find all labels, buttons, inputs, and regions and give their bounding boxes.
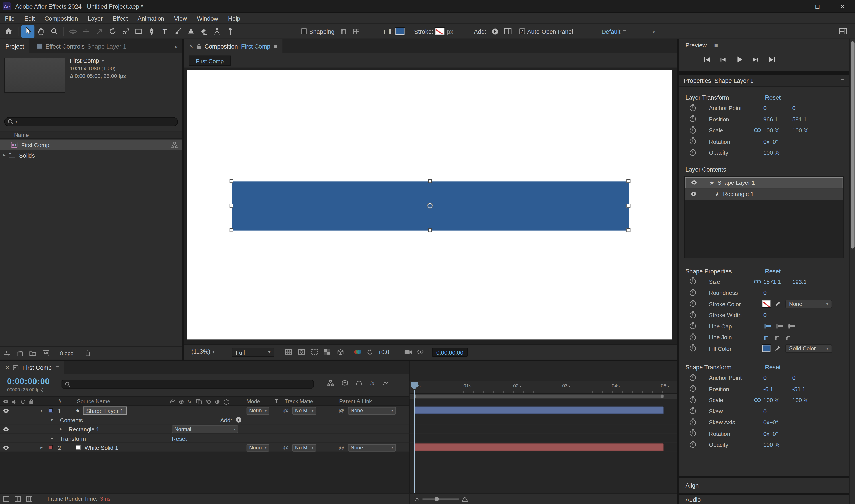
fill-color-swatch[interactable] <box>395 28 404 35</box>
workspace-menu-icon[interactable]: ≡ <box>623 28 626 35</box>
panel-menu-icon[interactable]: ≡ <box>274 43 277 49</box>
stopwatch-icon[interactable] <box>690 431 696 436</box>
selection-handle[interactable] <box>230 204 233 208</box>
link-icon[interactable] <box>754 279 764 284</box>
rectangle-row[interactable]: ▸ Rectangle 1 Normal▾ <box>0 424 409 434</box>
zoom-in-mountain-icon[interactable] <box>462 496 468 501</box>
add-shape-icon[interactable] <box>235 415 242 425</box>
eyedropper-icon[interactable] <box>775 301 781 307</box>
parent-dropdown[interactable]: None▾ <box>348 444 396 451</box>
zoom-slider-thumb[interactable] <box>435 497 439 501</box>
layer-row-shape-layer-1[interactable]: ▾ 1 ★ Shape Layer 1 Norm▾ @ No M▾ @ None… <box>0 406 409 415</box>
pickwhip-icon[interactable]: @ <box>283 406 289 415</box>
minimize-button[interactable]: – <box>780 0 805 13</box>
close-button[interactable]: × <box>830 0 855 13</box>
roto-brush-tool[interactable] <box>210 25 224 38</box>
comp-flowchart-icon[interactable] <box>171 142 178 147</box>
value[interactable]: 100 % <box>764 442 792 448</box>
round-join-button[interactable] <box>774 334 782 340</box>
value[interactable]: 0 <box>764 408 792 414</box>
selection-handle[interactable] <box>428 179 432 183</box>
stroke-style-dropdown[interactable]: None ▾ <box>785 300 832 308</box>
link-icon[interactable] <box>754 398 764 402</box>
project-search[interactable]: ▾ <box>4 117 178 126</box>
trash-icon[interactable] <box>85 350 91 356</box>
value-x[interactable]: 966.1 <box>764 116 792 122</box>
layer-color-chip[interactable] <box>49 408 53 413</box>
shape-blend-mode-dropdown[interactable]: Normal▾ <box>172 425 238 433</box>
clone-stamp-tool[interactable] <box>185 25 197 38</box>
shape-properties-reset[interactable]: Reset <box>765 268 781 274</box>
stopwatch-icon[interactable] <box>690 386 696 392</box>
menu-effect[interactable]: Effect <box>108 15 133 21</box>
stopwatch-icon[interactable] <box>690 346 696 352</box>
previous-frame-button[interactable] <box>717 55 729 64</box>
home-button[interactable] <box>2 25 15 38</box>
stopwatch-icon[interactable] <box>690 150 696 156</box>
stopwatch-icon[interactable] <box>690 323 696 329</box>
dolly-camera-tool[interactable] <box>93 25 106 38</box>
selection-handle[interactable] <box>627 204 630 208</box>
eye-icon[interactable] <box>691 180 697 185</box>
menu-window[interactable]: Window <box>192 15 223 21</box>
value[interactable]: 0 <box>764 312 792 318</box>
transform-reset[interactable]: Reset <box>172 434 187 443</box>
eye-icon[interactable] <box>3 443 9 452</box>
list-item-rectangle-1[interactable]: ★ Rectangle 1 <box>685 188 843 200</box>
shape-tool[interactable] <box>132 25 145 38</box>
interpret-footage-icon[interactable] <box>4 351 11 356</box>
align-panel[interactable]: Align <box>679 478 849 493</box>
layer-bar-white-solid-1[interactable] <box>414 444 663 451</box>
tab-effect-controls[interactable]: Effect Controls <box>46 43 85 49</box>
close-icon[interactable]: × <box>189 42 193 50</box>
channel-icon[interactable] <box>354 349 362 355</box>
selection-tool[interactable] <box>21 25 34 38</box>
hand-tool[interactable] <box>34 25 48 38</box>
twirl-closed-icon[interactable]: ▸ <box>51 434 53 443</box>
menu-layer[interactable]: Layer <box>83 15 108 21</box>
layer-color-chip[interactable] <box>49 445 53 449</box>
shape-transform-reset[interactable]: Reset <box>765 364 781 371</box>
stopwatch-icon[interactable] <box>690 419 696 426</box>
stopwatch-icon[interactable] <box>690 397 696 403</box>
composition-mini-flowchart-icon[interactable] <box>327 380 334 385</box>
layer-name[interactable]: Shape Layer 1 <box>83 407 127 415</box>
stopwatch-icon[interactable] <box>690 408 696 414</box>
eye-icon[interactable] <box>3 406 9 415</box>
layer-name[interactable]: White Solid 1 <box>85 443 118 452</box>
search-options-icon[interactable]: ▾ <box>15 119 18 124</box>
parent-link-column-label[interactable]: Parent & Link <box>339 398 372 404</box>
blend-mode-dropdown[interactable]: Norm▾ <box>247 444 269 451</box>
first-frame-button[interactable] <box>701 55 713 64</box>
stopwatch-icon[interactable] <box>690 116 696 122</box>
panel-menu-icon[interactable]: ≡ <box>55 364 59 371</box>
workspace-bar-icon[interactable] <box>837 25 850 38</box>
t-column-label[interactable]: T <box>275 398 278 404</box>
menu-edit[interactable]: Edit <box>19 15 40 21</box>
close-icon[interactable]: × <box>5 364 9 371</box>
stopwatch-icon[interactable] <box>690 375 696 381</box>
eye-icon[interactable] <box>691 192 697 196</box>
value[interactable]: 0x+0° <box>764 138 792 145</box>
tab-composition[interactable]: × Composition First Comp ≡ <box>184 39 283 53</box>
source-name-column-label[interactable]: Source Name <box>77 398 110 404</box>
stopwatch-icon[interactable] <box>690 290 696 296</box>
pickwhip-icon[interactable]: @ <box>338 406 344 415</box>
add-property-icon[interactable] <box>488 25 502 38</box>
eyedropper-icon[interactable] <box>775 346 781 352</box>
enable-fx-icon[interactable]: fx <box>370 380 374 386</box>
next-frame-button[interactable] <box>750 55 762 64</box>
work-area-bar[interactable] <box>414 395 663 398</box>
current-time-indicator-handle[interactable] <box>411 381 418 390</box>
stopwatch-icon[interactable] <box>690 278 696 285</box>
pen-tool[interactable] <box>145 25 158 38</box>
workspace-overflow-icon[interactable]: » <box>652 28 656 35</box>
value-x[interactable]: -6.1 <box>764 385 792 392</box>
resolution-dropdown[interactable]: Full ▾ <box>232 347 274 357</box>
value-y[interactable]: 100 % <box>792 127 821 133</box>
layer-row-white-solid-1[interactable]: ▸ 2 White Solid 1 Norm▾ @ No M▾ @ None▾ <box>0 443 409 452</box>
timeline-zoom-slider[interactable] <box>423 498 459 499</box>
value-x[interactable]: 1571.1 <box>764 278 792 285</box>
maximize-button[interactable]: □ <box>805 0 830 13</box>
viewer-tab-first-comp[interactable]: First Comp <box>189 56 231 66</box>
